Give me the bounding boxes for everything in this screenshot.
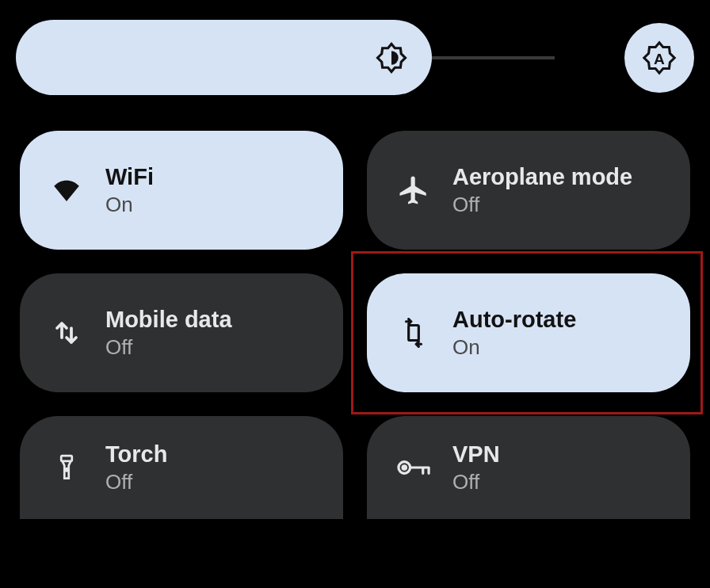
svg-rect-3 [409, 326, 419, 341]
airplane-status: Off [452, 193, 632, 217]
auto-rotate-title: Auto-rotate [452, 306, 576, 334]
airplane-mode-tile[interactable]: Aeroplane mode Off [367, 131, 690, 250]
svg-rect-4 [61, 456, 72, 461]
brightness-icon [375, 41, 408, 74]
quick-settings-tiles: WiFi On Aeroplane mode Off Mobile data O… [16, 131, 694, 519]
vpn-tile[interactable]: VPN Off [367, 416, 690, 519]
mobile-data-icon [48, 319, 86, 347]
brightness-track-remaining [432, 56, 555, 59]
torch-icon [48, 452, 86, 483]
brightness-controls: A [16, 20, 694, 95]
vpn-title: VPN [452, 441, 500, 468]
svg-text:A: A [654, 50, 665, 67]
wifi-icon [48, 174, 86, 207]
wifi-tile[interactable]: WiFi On [20, 131, 343, 250]
auto-rotate-tile[interactable]: Auto-rotate On [367, 273, 690, 392]
svg-point-7 [403, 466, 406, 469]
auto-brightness-icon: A [641, 40, 678, 76]
torch-status: Off [105, 470, 167, 494]
vpn-status: Off [452, 470, 500, 494]
torch-title: Torch [105, 441, 167, 468]
mobile-data-status: Off [105, 335, 232, 360]
brightness-slider[interactable] [16, 20, 432, 95]
auto-rotate-icon [395, 318, 433, 348]
mobile-data-title: Mobile data [105, 306, 232, 334]
torch-tile[interactable]: Torch Off [20, 416, 343, 519]
airplane-title: Aeroplane mode [452, 163, 632, 191]
airplane-icon [395, 174, 433, 207]
auto-rotate-status: On [452, 335, 576, 360]
auto-brightness-button[interactable]: A [624, 23, 694, 93]
wifi-title: WiFi [105, 163, 154, 191]
wifi-status: On [105, 193, 154, 217]
svg-point-5 [65, 468, 67, 471]
mobile-data-tile[interactable]: Mobile data Off [20, 273, 343, 392]
vpn-key-icon [395, 456, 433, 479]
